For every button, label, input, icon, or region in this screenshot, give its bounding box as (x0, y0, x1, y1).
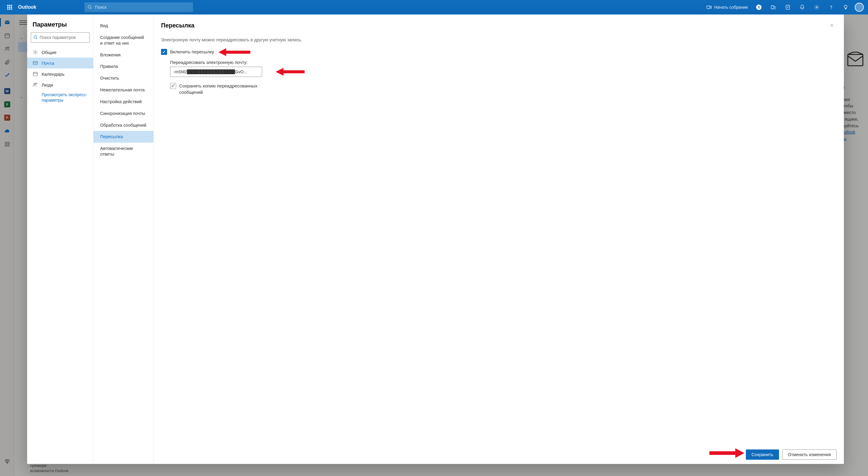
skype-icon: S (756, 4, 762, 10)
annotation-arrow (708, 447, 744, 460)
svg-point-19 (34, 36, 36, 38)
quick-settings-link[interactable]: Просмотреть экспресс-параметры (27, 90, 93, 103)
bell-icon (800, 4, 805, 10)
category-mail[interactable]: Почта (27, 58, 93, 68)
calendar-icon (33, 71, 38, 77)
search-icon (33, 35, 38, 40)
waffle-icon (7, 5, 12, 10)
tips-button[interactable] (838, 0, 853, 14)
start-meeting-label: Начать собрание (714, 5, 748, 10)
close-icon (830, 23, 834, 27)
category-general[interactable]: Общие (27, 47, 93, 58)
cancel-button[interactable]: Отменить изменения (782, 449, 837, 460)
forward-to-label: Переадресовать электронную почту: (170, 60, 837, 65)
annotation-arrow (276, 67, 306, 78)
skype-button[interactable]: S (752, 0, 766, 14)
avatar[interactable] (855, 3, 864, 12)
svg-point-28 (36, 83, 37, 84)
svg-marker-32 (276, 68, 305, 76)
svg-point-27 (34, 83, 35, 85)
tasks-button[interactable] (780, 0, 795, 14)
global-search-input[interactable] (95, 5, 190, 10)
settings-search-input[interactable] (39, 35, 87, 40)
global-search[interactable] (85, 2, 193, 12)
svg-line-20 (36, 38, 37, 39)
category-people[interactable]: Люди (27, 79, 93, 90)
app-header: Outlook Начать собрание S (0, 0, 868, 14)
sub-compose[interactable]: Создание сообщений и ответ на них (93, 32, 154, 49)
svg-point-5 (816, 7, 818, 8)
svg-point-6 (831, 9, 832, 9)
lightbulb-icon (843, 4, 848, 10)
panel-description: Электронную почту можно переадресовать в… (161, 37, 837, 42)
sub-attachments[interactable]: Вложения (93, 49, 154, 61)
settings-button[interactable] (809, 0, 824, 14)
svg-rect-3 (771, 6, 774, 9)
settings-title: Параметры (27, 21, 93, 32)
save-button[interactable]: Сохранить (746, 449, 779, 460)
keep-copy-checkbox[interactable] (170, 83, 176, 89)
gear-icon (33, 50, 38, 55)
settings-content: Пересылка Электронную почту можно переад… (154, 14, 844, 464)
category-calendar[interactable]: Календарь (27, 68, 93, 79)
settings-modal: Параметры Общие Почта Календарь Люди Про… (27, 14, 844, 464)
keep-copy-label: Сохранять копию переадресованных сообщен… (179, 83, 276, 95)
tasks-icon (785, 4, 790, 10)
settings-subcategories: Вид Создание сообщений и ответ на них Вл… (93, 14, 154, 464)
settings-categories: Параметры Общие Почта Календарь Люди Про… (27, 14, 93, 464)
annotation-arrow (218, 47, 251, 59)
brand-label: Outlook (18, 4, 36, 10)
mail-icon (33, 60, 38, 66)
help-icon (829, 4, 834, 10)
teams-icon (771, 4, 776, 10)
sub-autoreply[interactable]: Автоматические ответы (93, 143, 154, 160)
panel-title: Пересылка (161, 22, 194, 29)
enable-forwarding-label: Включить пересылку (170, 49, 214, 55)
start-meeting-button[interactable]: Начать собрание (703, 0, 752, 14)
svg-point-0 (88, 5, 91, 8)
gear-icon (814, 4, 819, 10)
sub-customize[interactable]: Настройка действий (93, 96, 154, 108)
sub-rules[interactable]: Правила (93, 61, 154, 72)
sub-sync[interactable]: Синхронизация почты (93, 108, 154, 119)
close-button[interactable] (827, 21, 837, 30)
svg-rect-22 (33, 62, 37, 65)
svg-marker-33 (709, 448, 744, 458)
people-icon (33, 82, 38, 87)
sub-forwarding[interactable]: Пересылка (93, 131, 154, 143)
svg-rect-23 (33, 72, 37, 76)
svg-point-21 (35, 52, 36, 53)
svg-marker-31 (218, 48, 250, 56)
panel-footer: Сохранить Отменить изменения (154, 445, 844, 464)
svg-line-1 (91, 8, 91, 9)
settings-search[interactable] (31, 32, 90, 42)
enable-forwarding-checkbox[interactable] (161, 49, 167, 55)
sub-sweep[interactable]: Очистить (93, 72, 154, 84)
sub-junk[interactable]: Нежелательная почта (93, 84, 154, 96)
search-icon (88, 5, 92, 10)
teams-button[interactable] (766, 0, 780, 14)
forward-to-input[interactable] (170, 67, 262, 77)
video-icon (706, 4, 712, 10)
help-button[interactable] (824, 0, 838, 14)
notifications-button[interactable] (795, 0, 809, 14)
sub-layout[interactable]: Вид (93, 20, 154, 32)
app-launcher-button[interactable] (2, 0, 17, 14)
svg-rect-2 (707, 6, 710, 9)
sub-handling[interactable]: Обработка сообщений (93, 119, 154, 131)
